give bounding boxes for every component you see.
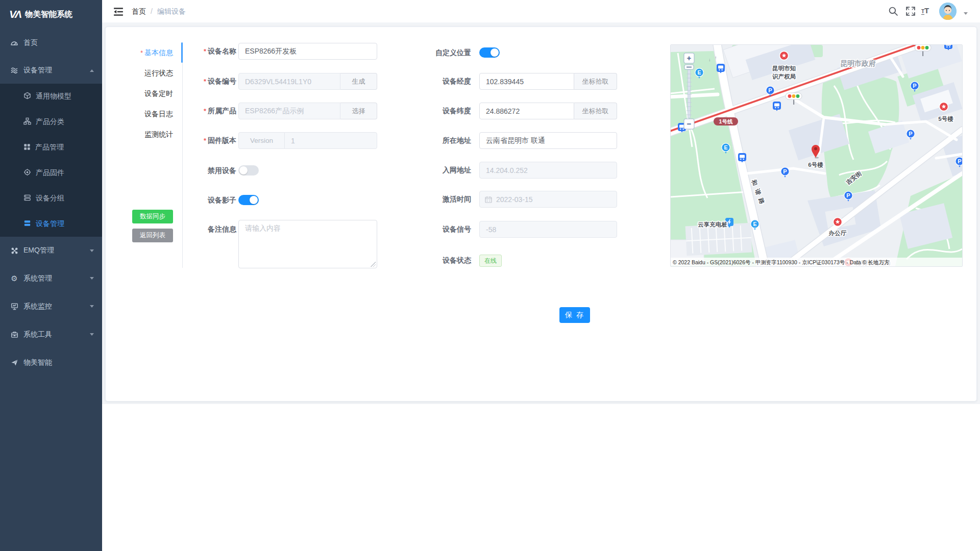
latitude-label: 设备纬度	[389, 103, 471, 119]
sidebar-item-product-firmware[interactable]: 产品固件	[0, 160, 102, 186]
top-navbar: 首页/编辑设备 TT	[102, 0, 980, 23]
sidebar-item-home[interactable]: 首页	[0, 29, 102, 57]
svg-text:6号楼: 6号楼	[808, 162, 823, 168]
generate-button[interactable]: 生成	[340, 73, 377, 90]
svg-text:5号楼: 5号楼	[938, 116, 953, 122]
poi-star-icon	[779, 51, 788, 60]
signal-label: 设备信号	[389, 221, 471, 238]
sidebar-fold-icon[interactable]	[113, 7, 124, 17]
nodes-icon	[10, 246, 18, 255]
avatar-caret-icon[interactable]	[964, 12, 968, 15]
active-time-input[interactable]	[479, 191, 617, 208]
device-shadow-switch[interactable]	[238, 195, 259, 205]
sidebar-item-system-tools[interactable]: 系统工具	[0, 320, 102, 348]
baidu-map[interactable]: P E	[670, 44, 963, 267]
svg-text:1号线: 1号线	[719, 118, 733, 124]
device-no-label: *设备编号	[155, 73, 236, 90]
poi-star-icon	[833, 217, 842, 226]
disable-device-switch[interactable]	[238, 165, 259, 176]
server-list-icon	[23, 219, 31, 229]
lane-arrow-up: ↑	[715, 55, 717, 60]
sidebar-item-device-group[interactable]: 设备分组	[0, 186, 102, 211]
pick-coordinate-button-lng[interactable]: 坐标拾取	[574, 73, 617, 90]
svg-text:昆明市政府: 昆明市政府	[840, 59, 876, 67]
grid-icon	[23, 143, 31, 152]
app-logo: VΛ 物美智能系统	[0, 0, 102, 29]
custom-location-switch[interactable]	[479, 47, 500, 58]
chip-icon	[23, 168, 31, 178]
sidebar-submenu-device: 通用物模型 产品分类 产品管理 产品固件	[0, 84, 102, 237]
save-button[interactable]: 保 存	[559, 307, 590, 323]
device-name-input[interactable]	[238, 43, 377, 60]
ip-input[interactable]	[479, 162, 617, 179]
device-name-label: *设备名称	[155, 43, 236, 60]
address-label: 所在地址	[389, 132, 471, 149]
svg-text:© 2022 Baidu - GS(2021)6026号 -: © 2022 Baidu - GS(2021)6026号 - 甲测资字11009…	[673, 259, 890, 265]
breadcrumb: 首页/编辑设备	[132, 0, 186, 22]
calendar-icon	[485, 196, 492, 203]
sidebar-item-product-mgmt[interactable]: 产品管理	[0, 135, 102, 160]
font-size-icon[interactable]: TT	[921, 6, 935, 16]
firmware-prepend: Version	[238, 132, 284, 149]
breadcrumb-separator: /	[151, 7, 153, 15]
svg-text:云享充电桩: 云享充电桩	[698, 221, 727, 228]
layers-icon	[23, 194, 31, 203]
map-copyright: © 2022 Baidu - GS(2021)6026号 - 甲测资字11009…	[671, 258, 962, 266]
sitemap-icon	[23, 117, 31, 127]
sidebar: VΛ 物美智能系统 首页 设备管理 通用物模型	[0, 0, 102, 551]
signal-input[interactable]	[479, 221, 617, 238]
gear-icon: ⚙	[10, 274, 18, 283]
select-product-button[interactable]: 选择	[340, 103, 377, 119]
map-parking-lot	[685, 223, 752, 256]
metro-line-badge: 1号线	[714, 117, 738, 126]
device-no-input[interactable]	[238, 73, 340, 90]
user-avatar[interactable]	[939, 3, 957, 20]
sidebar-item-product-category[interactable]: 产品分类	[0, 109, 102, 135]
chevron-down-icon	[90, 333, 94, 336]
poi-star-icon	[939, 102, 948, 111]
breadcrumb-current: 编辑设备	[157, 7, 186, 15]
cube-icon	[23, 92, 31, 101]
logo-icon: VΛ	[9, 8, 20, 20]
breadcrumb-home[interactable]: 首页	[132, 7, 146, 15]
sidebar-item-system-monitor[interactable]: 系统监控	[0, 292, 102, 320]
device-shadow-label: 设备影子	[155, 192, 236, 209]
firmware-input[interactable]	[284, 132, 377, 149]
chevron-up-icon	[90, 69, 94, 72]
address-input[interactable]	[479, 132, 617, 149]
remark-textarea[interactable]	[238, 220, 377, 268]
disable-device-label: 禁用设备	[155, 162, 236, 179]
remark-label: 备注信息	[155, 221, 236, 238]
chevron-down-icon	[90, 249, 94, 252]
longitude-input[interactable]	[479, 73, 574, 90]
fullscreen-icon[interactable]	[905, 6, 916, 16]
textarea-resize-handle[interactable]	[371, 262, 376, 267]
sidebar-item-emq[interactable]: EMQ管理	[0, 237, 102, 264]
sidebar-item-thing-model[interactable]: 通用物模型	[0, 84, 102, 109]
svg-text:+[interactable]: +	[687, 54, 692, 62]
send-icon	[10, 359, 18, 367]
product-input[interactable]	[238, 103, 340, 119]
product-label: *所属产品	[155, 103, 236, 119]
stack-icon	[10, 66, 18, 74]
sidebar-item-device-mgmt[interactable]: 设备管理	[0, 57, 102, 84]
status-badge: 在线	[479, 255, 502, 267]
sidebar-item-system-mgmt[interactable]: ⚙ 系统管理	[0, 264, 102, 292]
sidebar-item-wumei[interactable]: 物美智能	[0, 348, 102, 377]
pick-coordinate-button-lat[interactable]: 坐标拾取	[574, 103, 617, 119]
latitude-input[interactable]	[479, 103, 574, 119]
sidebar-item-device-mgmt-sub[interactable]: 设备管理	[0, 211, 102, 237]
toolbox-icon	[10, 331, 18, 339]
firmware-label: *固件版本	[155, 132, 236, 149]
ip-label: 入网地址	[389, 162, 471, 179]
monitor-icon	[10, 303, 18, 311]
svg-text:−[interactable]: −	[687, 119, 692, 128]
chevron-down-icon	[90, 305, 94, 308]
custom-location-label: 自定义位置	[389, 44, 471, 61]
active-time-label: 激活时间	[389, 191, 471, 208]
svg-text:识产权局: 识产权局	[772, 73, 796, 80]
svg-text:办公厅: 办公厅	[828, 230, 847, 236]
search-icon[interactable]	[888, 6, 898, 16]
chevron-down-icon	[90, 277, 94, 280]
app-title: 物美智能系统	[25, 9, 72, 20]
